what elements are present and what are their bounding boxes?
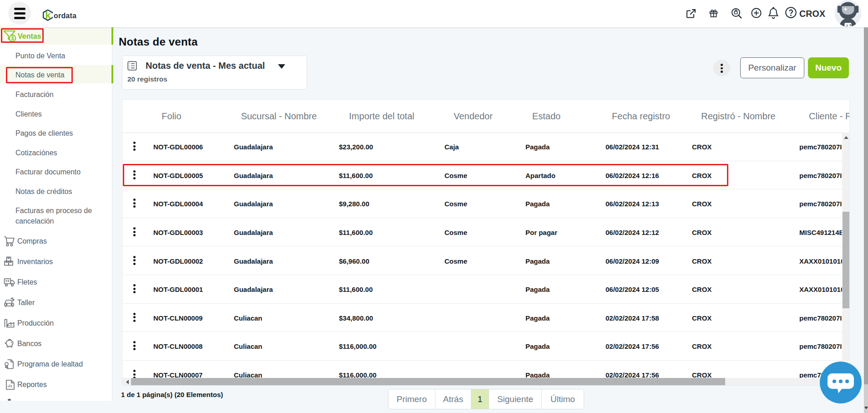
svg-text:k: k [45, 10, 51, 21]
